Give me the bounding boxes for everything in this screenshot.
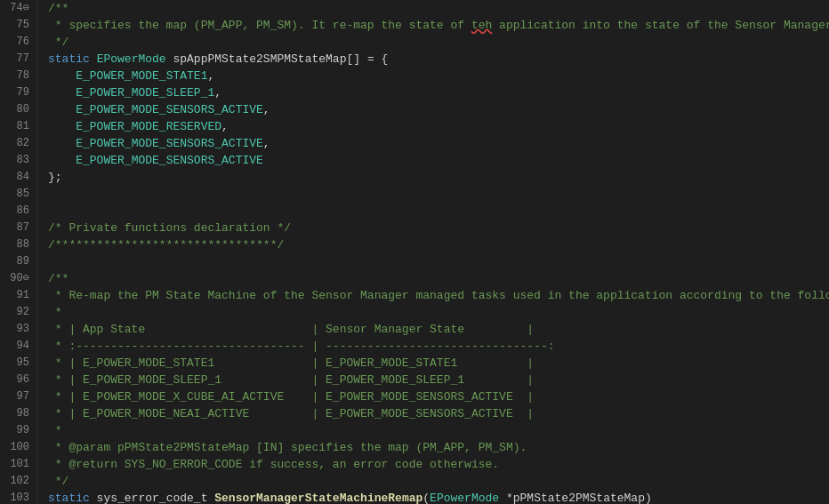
line-number: 89 <box>4 253 29 270</box>
line-number: 78 <box>4 68 29 84</box>
line-number: 99 <box>4 422 29 439</box>
code-line-90: /** <box>48 270 829 287</box>
line-number: 79 <box>4 84 29 101</box>
code-line-88: /********************************/ <box>48 236 829 253</box>
code-text-area[interactable]: /** * specifies the map (PM_APP, PM_SM).… <box>37 0 829 504</box>
code-line-83: E_POWER_MODE_SENSORS_ACTIVE <box>48 152 829 169</box>
code-line-74: /** <box>48 0 829 17</box>
code-line-79: E_POWER_MODE_SLEEP_1, <box>48 84 829 101</box>
line-number: 82 <box>4 135 29 152</box>
line-number: 83 <box>4 152 29 169</box>
line-number: 100 <box>4 439 29 456</box>
line-number: 74⊖ <box>4 0 29 17</box>
line-number: 94 <box>4 338 29 355</box>
line-number: 80 <box>4 101 29 118</box>
code-line-91: * Re-map the PM State Machine of the Sen… <box>48 287 829 304</box>
code-line-80: E_POWER_MODE_SENSORS_ACTIVE, <box>48 101 829 118</box>
line-number: 103 <box>4 490 29 504</box>
line-number: 77 <box>4 51 29 68</box>
line-number: 92 <box>4 304 29 321</box>
code-line-103: static sys_error_code_t SensorManagerSta… <box>48 490 829 504</box>
code-line-75: * specifies the map (PM_APP, PM_SM). It … <box>48 17 829 34</box>
line-number: 81 <box>4 118 29 135</box>
line-number: 84 <box>4 169 29 186</box>
line-number: 75 <box>4 17 29 34</box>
line-numbers-gutter: 74⊖ 75 76 77 78 79 80 81 82 83 84 85 86 … <box>0 0 37 504</box>
code-line-93: * | App State | Sensor Manager State | <box>48 321 829 338</box>
code-line-98: * | E_POWER_MODE_NEAI_ACTIVE | E_POWER_M… <box>48 405 829 422</box>
code-line-97: * | E_POWER_MODE_X_CUBE_AI_ACTIVE | E_PO… <box>48 388 829 405</box>
code-line-99: * <box>48 422 829 439</box>
line-number: 88 <box>4 236 29 253</box>
code-editor: 74⊖ 75 76 77 78 79 80 81 82 83 84 85 86 … <box>0 0 829 504</box>
code-line-82: E_POWER_MODE_SENSORS_ACTIVE, <box>48 135 829 152</box>
code-line-84: }; <box>48 169 829 186</box>
line-number: 87 <box>4 220 29 236</box>
code-line-92: * <box>48 304 829 321</box>
line-number: 86 <box>4 203 29 220</box>
code-line-81: E_POWER_MODE_RESERVED, <box>48 118 829 135</box>
code-line-85 <box>48 186 829 203</box>
code-line-86 <box>48 203 829 220</box>
code-line-102: */ <box>48 473 829 490</box>
line-number: 93 <box>4 321 29 338</box>
line-number: 101 <box>4 456 29 473</box>
code-line-76: */ <box>48 34 829 51</box>
code-line-89 <box>48 253 829 270</box>
code-line-87: /* Private functions declaration */ <box>48 220 829 236</box>
line-number: 98 <box>4 405 29 422</box>
line-number: 102 <box>4 473 29 490</box>
line-number: 90⊖ <box>4 270 29 287</box>
line-number: 97 <box>4 388 29 405</box>
code-line-94: * :--------------------------------- | -… <box>48 338 829 355</box>
line-number: 76 <box>4 34 29 51</box>
code-line-101: * @return SYS_NO_ERROR_CODE if success, … <box>48 456 829 473</box>
line-number: 85 <box>4 186 29 203</box>
code-line-100: * @param pPMState2PMStateMap [IN] specif… <box>48 439 829 456</box>
code-line-95: * | E_POWER_MODE_STATE1 | E_POWER_MODE_S… <box>48 355 829 372</box>
code-line-78: E_POWER_MODE_STATE1, <box>48 68 829 84</box>
line-number: 96 <box>4 372 29 388</box>
code-line-96: * | E_POWER_MODE_SLEEP_1 | E_POWER_MODE_… <box>48 372 829 388</box>
line-number: 95 <box>4 355 29 372</box>
line-number: 91 <box>4 287 29 304</box>
code-line-77: static EPowerMode spAppPMState2SMPMState… <box>48 51 829 68</box>
